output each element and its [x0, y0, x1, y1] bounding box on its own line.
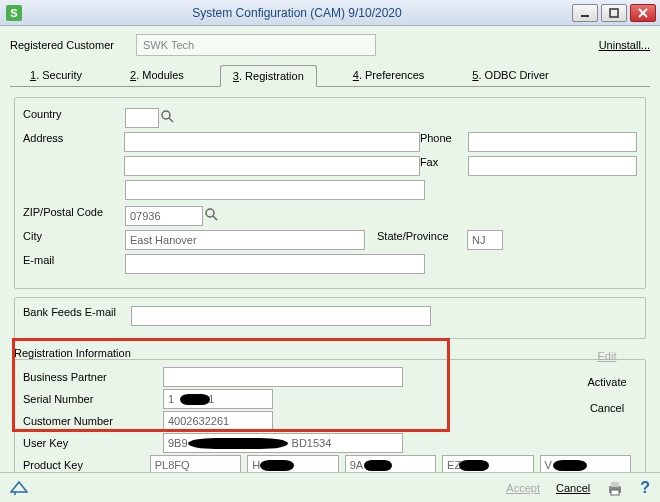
zip-label: ZIP/Postal Code [23, 206, 125, 226]
svg-point-4 [162, 111, 170, 119]
state-field[interactable]: NJ [467, 230, 503, 250]
address-field-3[interactable] [125, 180, 425, 200]
svg-line-7 [213, 216, 217, 220]
tab-odbc[interactable]: 5. ODBC Driver [460, 65, 560, 87]
registered-customer-label: Registered Customer [10, 39, 136, 51]
bank-email-label: Bank Feeds E-mail [23, 306, 131, 326]
state-label: State/Province [377, 230, 467, 250]
fax-field[interactable] [468, 156, 637, 176]
uninstall-link[interactable]: Uninstall... [599, 39, 650, 51]
serial-number-label: Serial Number [23, 393, 163, 405]
registration-info-label: Registration Information [14, 347, 646, 359]
business-partner-field[interactable] [163, 367, 403, 387]
city-label: City [23, 230, 125, 250]
customer-number-field[interactable]: 4002632261 [163, 411, 273, 431]
email-field[interactable] [125, 254, 425, 274]
customer-number-label: Customer Number [23, 415, 163, 427]
svg-line-5 [169, 118, 173, 122]
country-lookup-icon[interactable] [159, 108, 177, 126]
registered-customer-field: SWK Tech [136, 34, 376, 56]
tab-modules[interactable]: 2. Modules [118, 65, 196, 87]
business-partner-label: Business Partner [23, 371, 163, 383]
user-key-label: User Key [23, 437, 163, 449]
footer-cancel-button[interactable]: Cancel [556, 482, 590, 494]
svg-point-6 [206, 209, 214, 217]
phone-label: Phone [420, 132, 468, 152]
help-icon[interactable] [10, 480, 28, 496]
country-field[interactable] [125, 108, 159, 128]
address-label: Address [23, 132, 124, 152]
window-title: System Configuration (CAM) 9/10/2020 [22, 6, 572, 20]
accept-button: Accept [506, 482, 540, 494]
cancel-link[interactable]: Cancel [572, 402, 642, 414]
city-field[interactable]: East Hanover [125, 230, 365, 250]
country-label: Country [23, 108, 125, 128]
svg-rect-10 [611, 482, 619, 487]
svg-rect-1 [610, 9, 618, 17]
bank-email-field[interactable] [131, 306, 431, 326]
print-icon[interactable] [606, 480, 624, 496]
footer-help-icon[interactable]: ? [640, 479, 650, 497]
tab-security[interactable]: 1. Security [18, 65, 94, 87]
fax-label: Fax [420, 156, 468, 176]
minimize-button[interactable] [572, 4, 598, 22]
tab-registration[interactable]: 3. Registration [220, 65, 317, 87]
app-icon: S [6, 5, 22, 21]
zip-lookup-icon[interactable] [203, 206, 221, 224]
tab-preferences[interactable]: 4. Preferences [341, 65, 437, 87]
activate-link[interactable]: Activate [572, 376, 642, 388]
address-field-1[interactable] [124, 132, 420, 152]
email-label: E-mail [23, 254, 125, 274]
maximize-button[interactable] [601, 4, 627, 22]
address-field-2[interactable] [124, 156, 420, 176]
close-button[interactable] [630, 4, 656, 22]
zip-field[interactable]: 07936 [125, 206, 203, 226]
serial-number-field[interactable]: 1 1 [163, 389, 273, 409]
svg-rect-11 [611, 490, 619, 495]
user-key-field[interactable]: 9B9 BD1534 [163, 433, 403, 453]
edit-link: Edit [572, 350, 642, 362]
product-key-label: Product Key [23, 459, 150, 471]
phone-field[interactable] [468, 132, 637, 152]
